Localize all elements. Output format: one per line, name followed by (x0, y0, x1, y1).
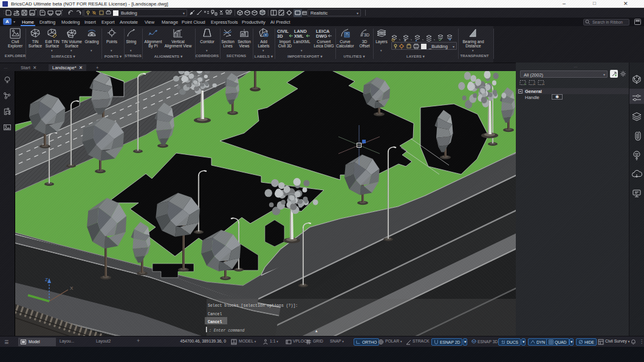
svg-text:Z: Z (45, 277, 48, 282)
svg-text:Cancel: Cancel (208, 320, 222, 324)
svg-text:Cancel: Cancel (208, 312, 222, 316)
svg-text:DWG: DWG (316, 33, 327, 39)
svg-text:Select blocks [selection optio: Select blocks [selection options (?)]: (208, 304, 298, 308)
svg-text:X: X (70, 285, 74, 291)
svg-text:XML: XML (294, 33, 304, 39)
svg-text:: Enter command: : Enter command (209, 329, 245, 333)
svg-text:▲: ▲ (315, 329, 318, 333)
svg-text:3D: 3D (277, 33, 283, 39)
